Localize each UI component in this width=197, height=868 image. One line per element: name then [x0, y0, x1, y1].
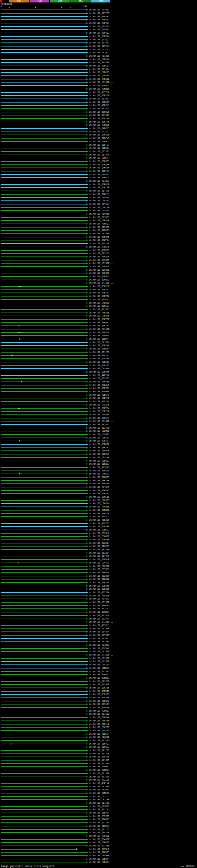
hit-row[interactable]: UniRef100_B81S92 — [0, 713, 197, 716]
hit-label[interactable]: UniRef100_UP1000... — [89, 232, 197, 235]
hit-row[interactable]: UniRef100_B3QEY3 — [0, 604, 197, 607]
hit-label[interactable]: UniRef100_Q5FFE7 — [89, 144, 197, 146]
hit-label[interactable]: UniRef100_A6EZJ9 — [89, 519, 197, 521]
hit-row[interactable]: UniRef100_B0BWW2 — [0, 321, 197, 324]
hit-label[interactable]: UniRef100_A33641 — [89, 638, 197, 640]
hit-row[interactable]: UniRef100_UP1000... — [0, 262, 197, 265]
hit-label[interactable]: UniRef100_C55EJ5 — [89, 815, 197, 817]
hit-row[interactable]: UniRef100_A7HWG8 — [0, 123, 197, 127]
hit-label[interactable]: UniRef100_B96HV3 — [89, 279, 197, 281]
hit-row[interactable]: UniRef100_Q5FFE7 — [0, 143, 197, 147]
hit-row[interactable]: UniRef100_B7KL57 — [0, 291, 197, 295]
hit-row[interactable]: UniRef100_A81H73 — [0, 597, 197, 601]
hit-row[interactable]: UniRef100_B4WVJ9 — [0, 476, 197, 479]
hit-label[interactable]: UniRef100_C6Y6W7 — [89, 203, 197, 206]
hit-row[interactable]: UniRef100_A9M310 — [0, 689, 197, 693]
hit-label[interactable]: UniRef100_A9TWU2 — [89, 52, 197, 54]
hit-label[interactable]: UniRef100_A4EYK8 — [89, 374, 197, 377]
hit-label[interactable]: UniRef100_UP1000... — [89, 657, 197, 659]
hit-row[interactable]: UniRef100_A9IMJ3 — [0, 644, 197, 647]
hit-row[interactable]: UniRef100_C3PPH0 — [0, 410, 197, 413]
hit-label[interactable]: UniRef100_C7C099 — [89, 499, 197, 502]
hit-row[interactable]: UniRef100_Q2K3L9 — [0, 453, 197, 456]
hit-label[interactable]: UniRef100_B9SVL2 — [89, 516, 197, 518]
hit-row[interactable]: UniRef100_C8WZ50 — [0, 430, 197, 433]
hit-row[interactable]: UniRef100_C6Y6W7 — [0, 203, 197, 206]
hit-row[interactable]: UniRef100_B9QYQ6 — [0, 94, 197, 97]
hit-label[interactable]: UniRef100_Q16D71 — [89, 818, 197, 820]
hit-row[interactable]: UniRef100_A7HGP5 — [0, 245, 197, 249]
hit-label[interactable]: UniRef100_Q9S175 — [89, 25, 197, 28]
hit-label[interactable]: UniRef100_Q61CB9 — [89, 351, 197, 353]
hit-label[interactable]: UniRef100_A6FUJ5 — [89, 470, 197, 472]
hit-row[interactable]: UniRef100_C1ZXJ6 — [0, 736, 197, 739]
hit-row[interactable]: UniRef100_B7L0Q8 — [0, 834, 197, 838]
hit-row[interactable]: UniRef100_A8GQ16 — [0, 505, 197, 509]
hit-row[interactable]: UniRef100_B5KL86 — [0, 186, 197, 189]
hit-label[interactable]: UniRef100_Q56VQ2 — [89, 32, 197, 34]
hit-row[interactable]: UniRef100_B60DV0 — [0, 110, 197, 114]
hit-label[interactable]: UniRef100_Q28JW8 — [89, 585, 197, 587]
hit-label[interactable]: UniRef100_B9US56 — [89, 558, 197, 561]
hit-label[interactable]: UniRef100_C6S1I4 — [89, 663, 197, 666]
hit-label[interactable]: UniRef100_A5WF44 — [89, 239, 197, 241]
hit-label[interactable]: UniRef100_Q8KTW8 — [89, 344, 197, 347]
hit-row[interactable]: UniRef100_B9MG14 — [0, 347, 197, 351]
hit-label[interactable]: UniRef100_C7RJE4 — [89, 861, 197, 863]
hit-label[interactable]: UniRef100_B5QES8 — [89, 285, 197, 287]
hit-row[interactable]: UniRef100_Q1CS71 — [0, 545, 197, 548]
hit-row[interactable]: UniRef100_Q5FS93 — [0, 693, 197, 696]
hit-row[interactable]: UniRef100_B9SU06 — [0, 588, 197, 591]
hit-row[interactable]: UniRef100_Q5NQ66 — [0, 443, 197, 446]
hit-label[interactable]: UniRef100_C33981 — [89, 568, 197, 570]
hit-row[interactable]: UniRef100_B9CET1 — [0, 288, 197, 291]
hit-label[interactable]: UniRef100_Q7VJ95 — [89, 730, 197, 732]
hit-label[interactable]: UniRef100_C6XLH6 — [89, 456, 197, 459]
hit-label[interactable]: UniRef100_Q0VNL5 — [89, 848, 197, 850]
hit-row[interactable]: UniRef100_A8TZM0 — [0, 91, 197, 94]
hit-row[interactable]: UniRef100_B2S730 — [0, 680, 197, 683]
hit-label[interactable]: UniRef100_Q73II7 — [89, 114, 197, 116]
hit-label[interactable]: UniRef100_Q5SGH2 — [89, 532, 197, 534]
hit-label[interactable]: UniRef100_A0ZIC6 — [89, 779, 197, 781]
hit-label[interactable]: UniRef100_B9PGD1 — [89, 65, 197, 67]
hit-label[interactable]: UniRef100_A8LNW5 — [89, 384, 197, 386]
hit-row[interactable]: UniRef100_C6MEE2 — [0, 792, 197, 795]
hit-row[interactable]: UniRef100_UP1000... — [0, 660, 197, 663]
hit-row[interactable]: UniRef100_B3CTE7 — [0, 354, 197, 357]
hit-row[interactable]: UniRef100_A3Y385 — [0, 640, 197, 644]
hit-label[interactable]: UniRef100_A4Q1M7 — [89, 417, 197, 420]
hit-label[interactable]: UniRef100_D0CUJ0 — [89, 255, 197, 258]
hit-row[interactable]: UniRef100_Q2GBY3 — [0, 611, 197, 614]
hit-row[interactable]: UniRef100_UP1000... — [0, 650, 197, 653]
hit-row[interactable]: UniRef100_A9Y5B5 — [0, 634, 197, 637]
hit-label[interactable]: UniRef100_B6BDD0 — [89, 183, 197, 186]
hit-row[interactable]: UniRef100_A1BX23 — [0, 147, 197, 150]
hit-row[interactable]: UniRef100_A2SYY3 — [0, 45, 197, 48]
hit-row[interactable]: UniRef100_C3MAC7 — [0, 528, 197, 532]
hit-label[interactable]: UniRef100_B7L0Q8 — [89, 835, 197, 837]
hit-label[interactable]: UniRef100_Q1GPR6 — [89, 525, 197, 528]
hit-row[interactable]: UniRef100_B25682 — [0, 225, 197, 229]
hit-row[interactable]: UniRef100_B8LKZ4 — [0, 35, 197, 38]
hit-label[interactable]: UniRef100_C1WG79 — [89, 841, 197, 844]
hit-label[interactable]: UniRef100_UP1000... — [89, 627, 197, 630]
hit-label[interactable]: UniRef100_B1GUE3 — [89, 746, 197, 748]
hit-row[interactable]: UniRef100_Q7VJ95 — [0, 729, 197, 733]
hit-row[interactable]: UniRef100_Q61CB9 — [0, 351, 197, 354]
hit-row[interactable]: UniRef100_C5ZW23 — [0, 433, 197, 436]
hit-label[interactable]: UniRef100_Q2K3L9 — [89, 453, 197, 456]
hit-label[interactable]: UniRef100_Q5GSU1 — [89, 305, 197, 307]
hit-row[interactable]: UniRef100_C3VTW3 — [0, 199, 197, 203]
hit-label[interactable]: UniRef100_B39AR8 — [89, 483, 197, 485]
hit-label[interactable]: UniRef100_UP1000... — [89, 621, 197, 623]
hit-label[interactable]: UniRef100_Q4BYB1 — [89, 127, 197, 130]
hit-row[interactable]: UniRef100_B9L7K0 — [0, 696, 197, 700]
hit-label[interactable]: UniRef100_Q04I10 — [89, 831, 197, 834]
hit-label[interactable]: UniRef100_Q8KTB2 — [89, 295, 197, 298]
hit-row[interactable]: UniRef100_Q0KT13 — [0, 324, 197, 328]
hit-label[interactable]: UniRef100_C8WZ50 — [89, 430, 197, 432]
hit-row[interactable]: UniRef100_Q9RND0 — [0, 509, 197, 512]
hit-label[interactable]: UniRef100_B4WVJ9 — [89, 476, 197, 478]
hit-label[interactable]: UniRef100_A8F0P0 — [89, 450, 197, 452]
